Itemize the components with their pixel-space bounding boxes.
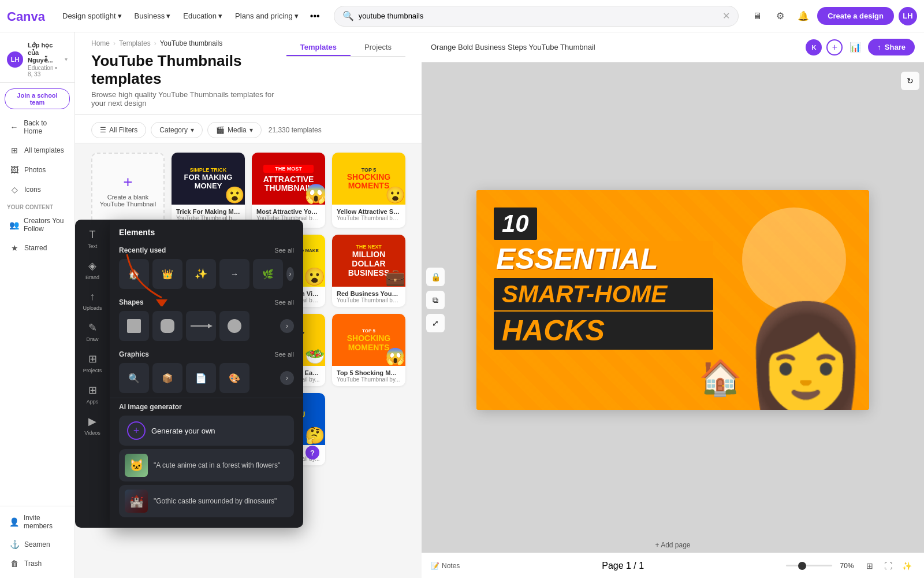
shapes-see-all[interactable]: See all (274, 299, 294, 306)
svg-rect-3 (161, 319, 174, 333)
tab-projects[interactable]: Projects (351, 39, 405, 56)
icons-icon: ◇ (9, 185, 20, 194)
chevron-down-icon: ▾ (249, 126, 253, 134)
nav-plans-pricing[interactable]: Plans and pricing ▾ (229, 8, 304, 24)
sidebar-item-trash[interactable]: 🗑 Trash (2, 554, 72, 573)
expand-icon[interactable]: ⤢ (426, 314, 445, 332)
template-card[interactable]: THE MOST ATTRACTIVETHUMBNAIL 😱 Most Attr… (252, 153, 325, 228)
sidebar-team-selector[interactable]: LH Lớp học của Nguyễ... Education • 8, 3… (0, 37, 74, 83)
breadcrumb-home[interactable]: Home (91, 39, 110, 47)
draw-icon: ✎ (88, 321, 97, 334)
copy-icon[interactable]: ⧉ (426, 291, 445, 309)
template-name: Trick For Making Mone... (176, 208, 240, 215)
graphics-scroll-right[interactable]: › (280, 371, 294, 385)
template-author: YouTube Thumbnail by Na... (337, 215, 401, 221)
chart-icon[interactable]: 📊 (847, 39, 863, 55)
help-bubble[interactable]: ? (305, 446, 319, 460)
ai-example-1[interactable]: 🐱 "A cute anime cat in a forest with flo… (119, 449, 294, 481)
settings-icon[interactable]: ⚙ (771, 7, 789, 25)
create-blank-card[interactable]: + Create a blank YouTube Thumbnail (91, 153, 165, 228)
sidebar-item-photos[interactable]: 🖼 Photos (2, 161, 72, 179)
category-filter-button[interactable]: Category ▾ (151, 122, 203, 138)
join-school-button[interactable]: Join a school team (5, 88, 70, 109)
template-card[interactable]: THE NEXT MILLIONDOLLARBUSINESS 💼 Red Bus… (332, 235, 405, 307)
ai-generate-label: Generate your own (151, 427, 215, 435)
lock-icon[interactable]: 🔒 (426, 268, 445, 286)
fullscreen-icon[interactable]: ⛶ (880, 558, 896, 574)
icon-panel-brand[interactable]: ◈ Brand (77, 255, 108, 285)
canva-logo[interactable]: Canva (7, 9, 47, 24)
icon-panel-draw[interactable]: ✎ Draw (77, 317, 108, 347)
element-sparkle[interactable]: ✨ (186, 259, 216, 289)
share-icon: ↑ (877, 43, 881, 51)
ai-generate-button[interactable]: + Generate your own (119, 416, 294, 446)
graphic-circle-art[interactable]: 🎨 (219, 363, 249, 393)
chevron-down-icon: ▾ (166, 12, 170, 20)
sidebar-item-invite[interactable]: 👤 Invite members (2, 509, 72, 535)
notes-button[interactable]: 📝 Notes (431, 562, 460, 570)
team-name: Lớp học của Nguyễ... (28, 42, 60, 65)
icon-panel-uploads[interactable]: ↑ Uploads (77, 286, 108, 316)
tab-templates[interactable]: Templates (286, 39, 351, 56)
all-filters-button[interactable]: ☰ All Filters (91, 122, 146, 138)
graphics-see-all[interactable]: See all (274, 351, 294, 358)
sidebar-item-back-home[interactable]: ← Back to Home (2, 114, 72, 140)
sidebar-item-starred[interactable]: ★ Starred (2, 239, 72, 257)
nav-education[interactable]: Education ▾ (177, 8, 228, 24)
editor-toolbar: Orange Bold Business Steps YouTube Thumb… (422, 32, 924, 62)
graphic-pages[interactable]: 📄 (186, 363, 216, 393)
fit-screen-icon[interactable]: ⊞ (862, 558, 878, 574)
icon-panel-apps[interactable]: ⊞ Apps (77, 379, 108, 409)
icon-panel: T Text ◈ Brand ↑ Uploads ✎ Draw ⊞ Projec… (75, 220, 110, 528)
icon-panel-videos[interactable]: ▶ Videos (77, 410, 108, 440)
icon-panel-text[interactable]: T Text (77, 224, 108, 254)
nav-more-btn[interactable]: ••• (305, 8, 325, 25)
search-input[interactable] (359, 12, 718, 20)
breadcrumb-templates[interactable]: Templates (119, 39, 151, 47)
add-page-button[interactable]: + Add page (655, 541, 690, 549)
canvas-heading-smarthome: SMART-HOME (494, 278, 713, 310)
scroll-right-btn[interactable]: › (286, 267, 294, 281)
sidebar-item-all-templates[interactable]: ⊞ All templates (2, 141, 72, 160)
template-author: YouTube Thumbnail by Rai... (337, 297, 401, 303)
avatar[interactable]: LH (899, 7, 917, 25)
element-house[interactable]: 🏠 (119, 259, 149, 289)
ai-example-2[interactable]: 🏰 "Gothic castle surrounded by dinosaurs… (119, 485, 294, 517)
create-design-button[interactable]: Create a design (817, 7, 894, 25)
media-filter-button[interactable]: 🎬 Media ▾ (207, 122, 262, 138)
shapes-scroll-right[interactable]: › (280, 319, 294, 333)
element-crown[interactable]: 👑 (152, 259, 182, 289)
editor-add-collaborator-button[interactable]: + (826, 39, 843, 55)
monitor-icon[interactable]: 🖥 (748, 7, 766, 25)
nav-design-spotlight[interactable]: Design spotlight ▾ (57, 8, 128, 24)
nav-business[interactable]: Business ▾ (129, 8, 177, 24)
magic-icon[interactable]: ✨ (899, 558, 915, 574)
icon-panel-projects[interactable]: ⊞ Projects (77, 348, 108, 378)
shape-rounded-rect[interactable] (152, 311, 182, 341)
shape-arrow-line[interactable] (186, 311, 216, 341)
zoom-slider[interactable] (786, 565, 832, 566)
recently-used-see-all[interactable]: See all (274, 247, 294, 254)
ai-example-label-2: "Gothic castle surrounded by dinosaurs" (154, 497, 277, 505)
canvas-design[interactable]: 10 ESSENTIAL SMART-HOME HACKS 👩 🏠 (476, 190, 869, 410)
sidebar-item-seamen[interactable]: ⚓ Seamen (2, 535, 72, 554)
graphic-box[interactable]: 📦 (152, 363, 182, 393)
bell-icon[interactable]: 🔔 (794, 7, 813, 25)
templates-count: 21,330 templates (269, 126, 322, 134)
refresh-icon[interactable]: ↻ (901, 72, 919, 90)
editor-share-button[interactable]: ↑ Share (868, 39, 915, 55)
graphic-search[interactable]: 🔍 (119, 363, 149, 393)
canvas-heading-10: 10 (494, 208, 537, 240)
template-card[interactable]: SIMPLE TRICK FOR MAKINGMONEY 😮 Trick For… (172, 153, 245, 228)
template-card[interactable]: TOP 5 SHOCKINGMOMENTS 😮 Yellow Attractiv… (332, 153, 405, 228)
sidebar-item-creators[interactable]: 👥 Creators You Follow (2, 212, 72, 238)
canvas[interactable]: 10 ESSENTIAL SMART-HOME HACKS 👩 🏠 (476, 190, 869, 410)
clear-search-icon[interactable]: ✕ (722, 10, 730, 21)
shape-circle[interactable] (219, 311, 249, 341)
shape-square[interactable] (119, 311, 149, 341)
nav-menus: Design spotlight ▾ Business ▾ Education … (57, 8, 325, 25)
element-arrow[interactable]: → (219, 259, 249, 289)
template-card[interactable]: TOP 5 SHOCKINGMOMENTS 😱 Top 5 Shocking M… (332, 314, 405, 386)
element-plants[interactable]: 🌿 (253, 259, 283, 289)
sidebar-item-icons[interactable]: ◇ Icons (2, 180, 72, 199)
